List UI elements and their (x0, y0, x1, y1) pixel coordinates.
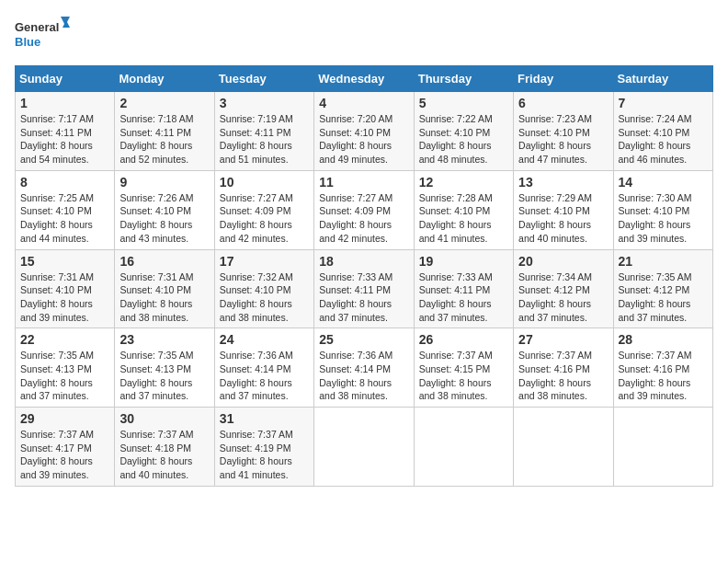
day-cell: 9Sunrise: 7:26 AMSunset: 4:10 PMDaylight… (115, 170, 214, 249)
day-cell: 10Sunrise: 7:27 AMSunset: 4:09 PMDayligh… (214, 170, 313, 249)
calendar-table: SundayMondayTuesdayWednesdayThursdayFrid… (15, 65, 713, 487)
day-info: Sunrise: 7:31 AMSunset: 4:10 PMDaylight:… (119, 270, 209, 325)
day-number: 11 (319, 175, 408, 190)
day-number: 26 (419, 332, 508, 347)
day-info: Sunrise: 7:29 AMSunset: 4:10 PMDaylight:… (518, 191, 608, 246)
week-row-1: 1Sunrise: 7:17 AMSunset: 4:11 PMDaylight… (16, 92, 713, 171)
day-number: 13 (518, 175, 608, 190)
day-cell: 16Sunrise: 7:31 AMSunset: 4:10 PMDayligh… (115, 249, 214, 328)
day-cell: 19Sunrise: 7:33 AMSunset: 4:11 PMDayligh… (414, 249, 513, 328)
header-row: SundayMondayTuesdayWednesdayThursdayFrid… (16, 66, 713, 92)
day-number: 6 (518, 96, 608, 110)
day-info: Sunrise: 7:36 AMSunset: 4:14 PMDaylight:… (220, 349, 309, 403)
day-number: 14 (619, 175, 708, 190)
day-info: Sunrise: 7:24 AMSunset: 4:10 PMDaylight:… (619, 112, 708, 167)
day-info: Sunrise: 7:33 AMSunset: 4:11 PMDaylight:… (319, 270, 408, 325)
day-info: Sunrise: 7:28 AMSunset: 4:10 PMDaylight:… (419, 191, 508, 246)
column-header-friday: Friday (514, 66, 613, 92)
day-cell: 18Sunrise: 7:33 AMSunset: 4:11 PMDayligh… (314, 249, 414, 328)
day-number: 19 (419, 254, 508, 269)
svg-text:General: General (15, 20, 59, 34)
day-cell: 24Sunrise: 7:36 AMSunset: 4:14 PMDayligh… (214, 328, 313, 408)
day-cell: 5Sunrise: 7:22 AMSunset: 4:10 PMDaylight… (414, 92, 513, 171)
day-info: Sunrise: 7:37 AMSunset: 4:15 PMDaylight:… (419, 349, 508, 403)
day-cell: 13Sunrise: 7:29 AMSunset: 4:10 PMDayligh… (514, 170, 613, 249)
week-row-5: 29Sunrise: 7:37 AMSunset: 4:17 PMDayligh… (16, 408, 713, 487)
day-number: 23 (119, 332, 209, 347)
day-cell: 15Sunrise: 7:31 AMSunset: 4:10 PMDayligh… (16, 249, 115, 328)
day-number: 24 (220, 332, 309, 347)
day-number: 28 (619, 332, 708, 347)
day-cell: 29Sunrise: 7:37 AMSunset: 4:17 PMDayligh… (16, 408, 115, 487)
day-cell: 1Sunrise: 7:17 AMSunset: 4:11 PMDaylight… (16, 92, 115, 171)
column-header-wednesday: Wednesday (314, 66, 414, 92)
day-info: Sunrise: 7:23 AMSunset: 4:10 PMDaylight:… (518, 112, 608, 167)
day-info: Sunrise: 7:34 AMSunset: 4:12 PMDaylight:… (518, 270, 608, 325)
day-number: 10 (220, 175, 309, 190)
header: General Blue (15, 15, 713, 56)
day-number: 1 (20, 96, 109, 110)
day-info: Sunrise: 7:27 AMSunset: 4:09 PMDaylight:… (319, 191, 408, 246)
day-info: Sunrise: 7:35 AMSunset: 4:13 PMDaylight:… (20, 349, 109, 403)
day-cell: 20Sunrise: 7:34 AMSunset: 4:12 PMDayligh… (514, 249, 613, 328)
day-info: Sunrise: 7:22 AMSunset: 4:10 PMDaylight:… (419, 112, 508, 167)
day-info: Sunrise: 7:27 AMSunset: 4:09 PMDaylight:… (220, 191, 309, 246)
day-cell (613, 408, 712, 487)
week-row-3: 15Sunrise: 7:31 AMSunset: 4:10 PMDayligh… (16, 249, 713, 328)
day-info: Sunrise: 7:19 AMSunset: 4:11 PMDaylight:… (220, 112, 309, 167)
day-cell: 14Sunrise: 7:30 AMSunset: 4:10 PMDayligh… (613, 170, 712, 249)
day-number: 22 (20, 332, 109, 347)
column-header-saturday: Saturday (613, 66, 712, 92)
day-cell: 30Sunrise: 7:37 AMSunset: 4:18 PMDayligh… (115, 408, 214, 487)
day-info: Sunrise: 7:17 AMSunset: 4:11 PMDaylight:… (20, 112, 109, 167)
day-info: Sunrise: 7:33 AMSunset: 4:11 PMDaylight:… (419, 270, 508, 325)
day-number: 27 (518, 332, 608, 347)
day-info: Sunrise: 7:26 AMSunset: 4:10 PMDaylight:… (119, 191, 209, 246)
day-info: Sunrise: 7:35 AMSunset: 4:13 PMDaylight:… (119, 349, 209, 403)
day-number: 9 (119, 175, 209, 190)
day-cell: 26Sunrise: 7:37 AMSunset: 4:15 PMDayligh… (414, 328, 513, 408)
logo: General Blue (15, 15, 70, 56)
day-cell: 23Sunrise: 7:35 AMSunset: 4:13 PMDayligh… (115, 328, 214, 408)
day-info: Sunrise: 7:31 AMSunset: 4:10 PMDaylight:… (20, 270, 109, 325)
day-info: Sunrise: 7:32 AMSunset: 4:10 PMDaylight:… (220, 270, 309, 325)
day-number: 15 (20, 254, 109, 269)
week-row-4: 22Sunrise: 7:35 AMSunset: 4:13 PMDayligh… (16, 328, 713, 408)
day-number: 20 (518, 254, 608, 269)
day-cell (414, 408, 513, 487)
day-cell (514, 408, 613, 487)
day-number: 18 (319, 254, 408, 269)
day-cell: 7Sunrise: 7:24 AMSunset: 4:10 PMDaylight… (613, 92, 712, 171)
day-number: 8 (20, 175, 109, 190)
day-info: Sunrise: 7:25 AMSunset: 4:10 PMDaylight:… (20, 191, 109, 246)
week-row-2: 8Sunrise: 7:25 AMSunset: 4:10 PMDaylight… (16, 170, 713, 249)
day-cell: 28Sunrise: 7:37 AMSunset: 4:16 PMDayligh… (613, 328, 712, 408)
column-header-tuesday: Tuesday (214, 66, 313, 92)
day-number: 12 (419, 175, 508, 190)
day-cell: 2Sunrise: 7:18 AMSunset: 4:11 PMDaylight… (115, 92, 214, 171)
day-number: 21 (619, 254, 708, 269)
column-header-monday: Monday (115, 66, 214, 92)
day-cell: 22Sunrise: 7:35 AMSunset: 4:13 PMDayligh… (16, 328, 115, 408)
day-cell: 21Sunrise: 7:35 AMSunset: 4:12 PMDayligh… (613, 249, 712, 328)
day-cell: 3Sunrise: 7:19 AMSunset: 4:11 PMDaylight… (214, 92, 313, 171)
day-number: 3 (220, 96, 309, 110)
day-info: Sunrise: 7:37 AMSunset: 4:16 PMDaylight:… (619, 349, 708, 403)
day-cell: 27Sunrise: 7:37 AMSunset: 4:16 PMDayligh… (514, 328, 613, 408)
day-number: 7 (619, 96, 708, 110)
day-number: 31 (220, 411, 309, 426)
day-number: 29 (20, 411, 109, 426)
day-cell: 25Sunrise: 7:36 AMSunset: 4:14 PMDayligh… (314, 328, 414, 408)
day-cell (314, 408, 414, 487)
day-number: 4 (319, 96, 408, 110)
day-info: Sunrise: 7:37 AMSunset: 4:16 PMDaylight:… (518, 349, 608, 403)
day-cell: 8Sunrise: 7:25 AMSunset: 4:10 PMDaylight… (16, 170, 115, 249)
day-cell: 31Sunrise: 7:37 AMSunset: 4:19 PMDayligh… (214, 408, 313, 487)
day-cell: 4Sunrise: 7:20 AMSunset: 4:10 PMDaylight… (314, 92, 414, 171)
day-info: Sunrise: 7:37 AMSunset: 4:17 PMDaylight:… (20, 428, 109, 482)
day-info: Sunrise: 7:35 AMSunset: 4:12 PMDaylight:… (619, 270, 708, 325)
day-number: 2 (119, 96, 209, 110)
day-info: Sunrise: 7:20 AMSunset: 4:10 PMDaylight:… (319, 112, 408, 167)
day-cell: 6Sunrise: 7:23 AMSunset: 4:10 PMDaylight… (514, 92, 613, 171)
day-cell: 12Sunrise: 7:28 AMSunset: 4:10 PMDayligh… (414, 170, 513, 249)
